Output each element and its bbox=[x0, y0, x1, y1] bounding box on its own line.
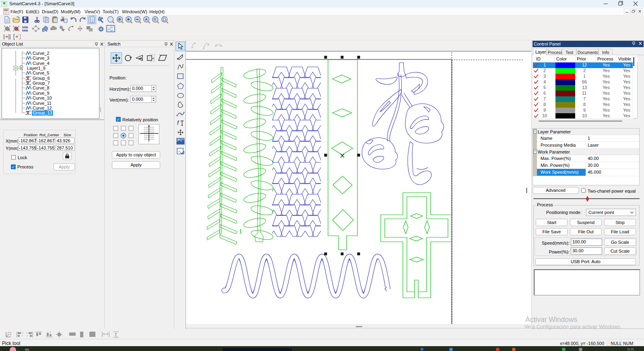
svg-text:f: f bbox=[177, 120, 180, 126]
svg-text:A: A bbox=[145, 17, 147, 21]
svg-text:SBC: SBC bbox=[4, 10, 8, 12]
svg-text:+: + bbox=[148, 124, 150, 127]
svg-text:-: - bbox=[148, 141, 149, 144]
svg-text:SCAL: SCAL bbox=[90, 21, 94, 23]
svg-text:10: 10 bbox=[110, 26, 113, 29]
svg-text:+: + bbox=[157, 132, 159, 135]
svg-text:bbb: bbb bbox=[22, 29, 28, 32]
